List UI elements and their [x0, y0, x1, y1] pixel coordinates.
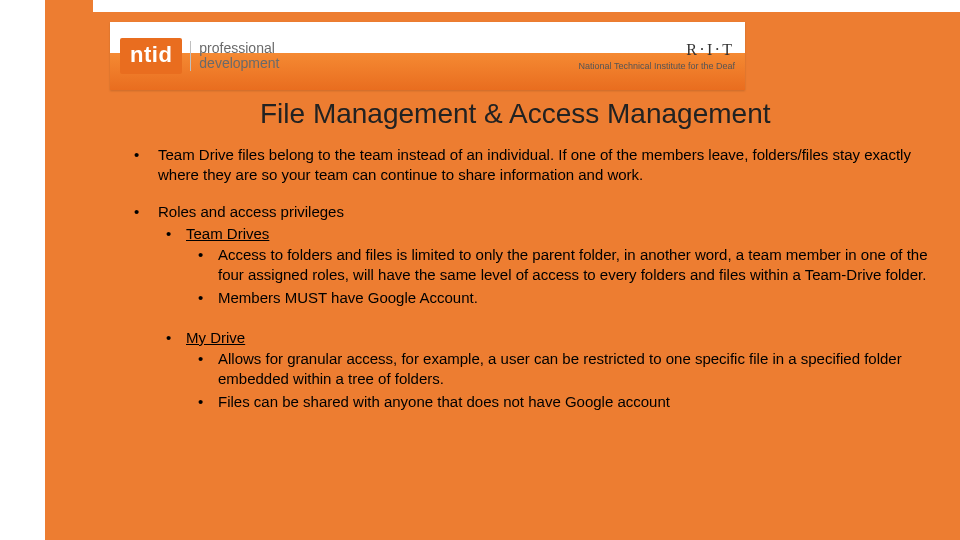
- td-item-2: Members MUST have Google Account.: [186, 288, 940, 308]
- rit-subtitle: National Technical Institute for the Dea…: [579, 61, 735, 73]
- sub-team-drives: Team Drives Access to folders and files …: [158, 224, 940, 308]
- pd-line2: development: [199, 56, 279, 71]
- slide-body: Team Drive files belong to the team inst…: [130, 145, 940, 430]
- ntid-logo: ntid: [120, 38, 182, 74]
- team-drives-heading: Team Drives: [186, 225, 269, 242]
- my-drive-list: Allows for granular access, for example,…: [186, 349, 940, 412]
- spacer: [158, 312, 940, 326]
- md-item-1: Allows for granular access, for example,…: [186, 349, 940, 388]
- bullet-2: Roles and access privileges Team Drives …: [130, 202, 940, 412]
- md-item-2: Files can be shared with anyone that doe…: [186, 392, 940, 412]
- sub-my-drive: My Drive Allows for granular access, for…: [158, 328, 940, 412]
- bullet-1: Team Drive files belong to the team inst…: [130, 145, 940, 184]
- my-drive-heading: My Drive: [186, 329, 245, 346]
- banner-left: ntid professional development: [120, 38, 579, 74]
- rit-logo: R·I·T: [579, 40, 735, 61]
- slide-title: File Management & Access Management: [260, 98, 770, 130]
- slide: ntid professional development R·I·T Nati…: [0, 0, 960, 540]
- bullet-2-text: Roles and access privileges: [158, 203, 344, 220]
- sub-list-roles: Team Drives Access to folders and files …: [158, 224, 940, 308]
- bullet-list: Team Drive files belong to the team inst…: [130, 145, 940, 412]
- team-drives-list: Access to folders and files is limited t…: [186, 245, 940, 308]
- header-banner: ntid professional development R·I·T Nati…: [110, 22, 745, 90]
- pd-line1: professional: [199, 41, 279, 56]
- accent-bar: [45, 0, 93, 12]
- banner-right: R·I·T National Technical Institute for t…: [579, 40, 735, 72]
- td-item-1: Access to folders and files is limited t…: [186, 245, 940, 284]
- sub-list-mydrive: My Drive Allows for granular access, for…: [158, 328, 940, 412]
- professional-development-label: professional development: [190, 41, 279, 70]
